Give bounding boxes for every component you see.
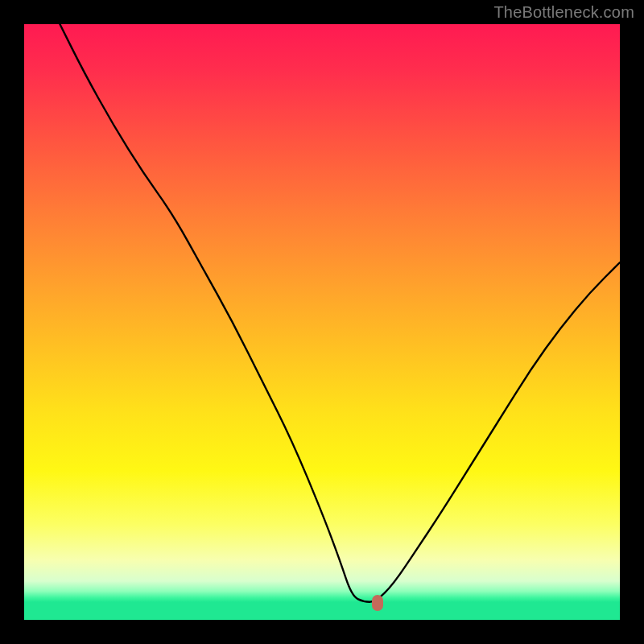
- optimal-point-marker: [372, 595, 383, 611]
- chart-stage: TheBottleneck.com: [0, 0, 644, 644]
- watermark-text: TheBottleneck.com: [493, 3, 634, 22]
- bottleneck-curve: [24, 24, 620, 620]
- curve-path: [60, 24, 620, 602]
- plot-area: [24, 24, 620, 620]
